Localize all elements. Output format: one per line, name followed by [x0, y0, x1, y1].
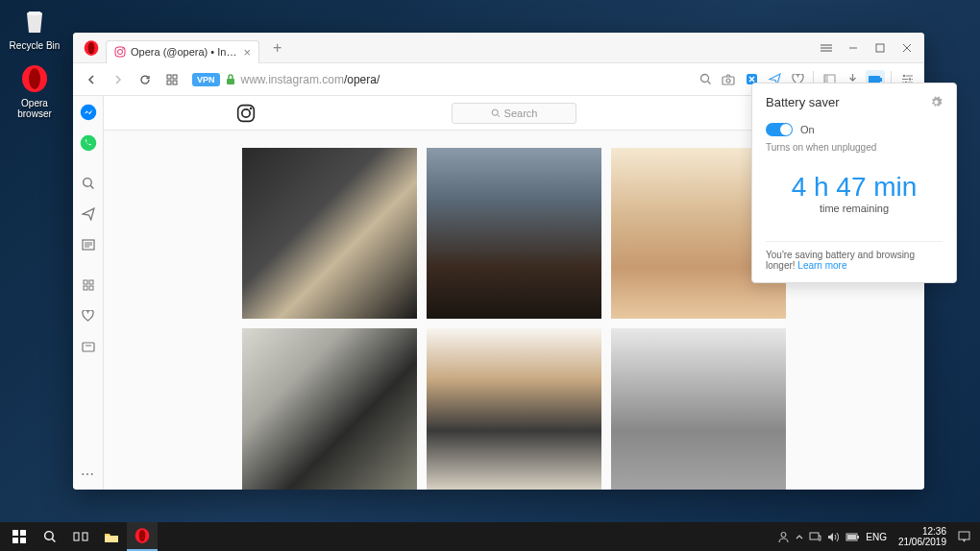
lock-icon[interactable]: [226, 74, 235, 85]
search-icon[interactable]: [696, 70, 715, 89]
svg-rect-10: [173, 75, 177, 79]
start-button[interactable]: [4, 522, 35, 551]
svg-point-23: [908, 78, 911, 81]
svg-rect-45: [105, 536, 118, 542]
snapshot-icon[interactable]: [719, 70, 738, 89]
desktop-icon-label: Recycle Bin: [10, 40, 61, 51]
flow-icon[interactable]: [80, 205, 97, 223]
svg-rect-41: [20, 538, 26, 543]
svg-rect-49: [810, 533, 819, 539]
svg-rect-11: [167, 81, 171, 84]
battery-hint: Turns on when unplugged: [766, 142, 943, 153]
svg-rect-12: [173, 81, 177, 84]
svg-point-26: [80, 135, 96, 152]
system-tray: ENG 12:36 21/06/2019: [772, 526, 976, 547]
svg-point-0: [27, 12, 42, 15]
tray-chevron-icon[interactable]: [796, 534, 803, 539]
svg-rect-31: [84, 286, 87, 290]
battery-tray-icon[interactable]: [845, 533, 860, 541]
new-tab-button[interactable]: +: [267, 39, 287, 57]
battery-toggle[interactable]: [766, 123, 793, 136]
time-remaining-label: time remaining: [766, 203, 943, 214]
post-thumbnail[interactable]: [242, 328, 417, 490]
svg-point-2: [29, 68, 40, 89]
maximize-icon[interactable]: [867, 36, 894, 60]
url-text: www.instagram.com/opera/: [241, 73, 380, 86]
svg-point-22: [902, 75, 905, 78]
sidebar-settings-icon[interactable]: ⋯: [81, 467, 95, 482]
svg-point-37: [492, 109, 498, 115]
learn-more-link[interactable]: Learn more: [797, 260, 846, 271]
desktop-opera-browser[interactable]: Opera browser: [6, 61, 63, 119]
post-thumbnail[interactable]: [427, 328, 601, 490]
svg-rect-51: [847, 535, 856, 539]
sidebar: ⋯: [73, 96, 104, 490]
svg-rect-9: [167, 75, 171, 79]
svg-point-36: [250, 107, 253, 109]
search-placeholder: Search: [504, 108, 538, 119]
post-thumbnail[interactable]: [242, 148, 417, 319]
vpn-badge[interactable]: VPN: [192, 73, 220, 86]
battery-footer: You're saving battery and browsing longe…: [766, 241, 943, 271]
speed-dial-sidebar-icon[interactable]: [80, 276, 97, 294]
task-view-icon[interactable]: [65, 522, 96, 551]
back-button[interactable]: [81, 69, 102, 90]
instagram-favicon-icon: [114, 46, 126, 58]
post-thumbnail[interactable]: [611, 328, 786, 490]
popup-title: Battery saver: [766, 95, 840, 109]
reload-button[interactable]: [135, 69, 156, 90]
svg-rect-40: [12, 538, 18, 543]
messenger-icon[interactable]: [80, 104, 97, 121]
taskbar: ENG 12:36 21/06/2019: [0, 522, 980, 551]
svg-rect-53: [959, 532, 969, 539]
svg-point-42: [45, 532, 54, 540]
svg-rect-30: [89, 280, 93, 284]
instagram-logo-icon[interactable]: [236, 104, 256, 123]
svg-point-27: [83, 179, 91, 187]
speed-dial-button[interactable]: [161, 69, 183, 90]
battery-saver-popup: Battery saver On Turns on when unplugged…: [751, 83, 957, 283]
svg-point-35: [242, 108, 250, 116]
tab-close-icon[interactable]: ×: [243, 45, 251, 60]
easy-setup-icon[interactable]: [813, 36, 840, 60]
svg-point-14: [700, 75, 708, 83]
svg-rect-32: [89, 286, 93, 290]
bookmarks-heart-icon[interactable]: [80, 307, 97, 324]
desktop-recycle-bin[interactable]: Recycle Bin: [6, 4, 63, 51]
svg-point-7: [122, 48, 124, 50]
minimize-icon[interactable]: [840, 36, 867, 60]
gear-icon[interactable]: [930, 96, 943, 108]
browser-tab[interactable]: Opera (@opera) • Instagram ×: [106, 40, 259, 63]
news-icon[interactable]: [80, 236, 97, 253]
forward-button[interactable]: [108, 69, 129, 90]
toggle-label: On: [800, 124, 815, 135]
svg-rect-44: [83, 533, 87, 540]
opera-taskbar-icon[interactable]: [127, 522, 158, 551]
desktop-icon-label: Opera browser: [6, 98, 63, 119]
post-thumbnail[interactable]: [427, 148, 601, 319]
tab-title: Opera (@opera) • Instagram: [131, 46, 237, 58]
opera-logo-icon[interactable]: [83, 39, 100, 57]
clock[interactable]: 12:36 21/06/2019: [893, 526, 952, 547]
language-indicator[interactable]: ENG: [866, 532, 887, 542]
volume-icon[interactable]: [827, 532, 840, 542]
people-icon[interactable]: [777, 531, 790, 543]
svg-rect-43: [74, 533, 79, 540]
file-explorer-icon[interactable]: [96, 522, 127, 551]
search-sidebar-icon[interactable]: [80, 175, 97, 192]
titlebar[interactable]: Opera (@opera) • Instagram × +: [73, 33, 924, 63]
close-icon[interactable]: [894, 36, 920, 60]
network-icon[interactable]: [809, 532, 821, 542]
instagram-search-input[interactable]: Search: [452, 103, 576, 124]
history-icon[interactable]: [80, 338, 97, 355]
svg-rect-13: [227, 79, 234, 84]
svg-point-47: [139, 530, 146, 541]
whatsapp-icon[interactable]: [80, 134, 97, 152]
search-taskbar-icon[interactable]: [35, 522, 65, 551]
action-center-icon[interactable]: [958, 531, 970, 543]
recycle-bin-icon: [17, 4, 52, 38]
address-bar[interactable]: VPN www.instagram.com/opera/: [188, 73, 690, 86]
opera-icon: [17, 61, 52, 96]
svg-rect-21: [880, 78, 882, 82]
svg-point-48: [781, 532, 786, 537]
